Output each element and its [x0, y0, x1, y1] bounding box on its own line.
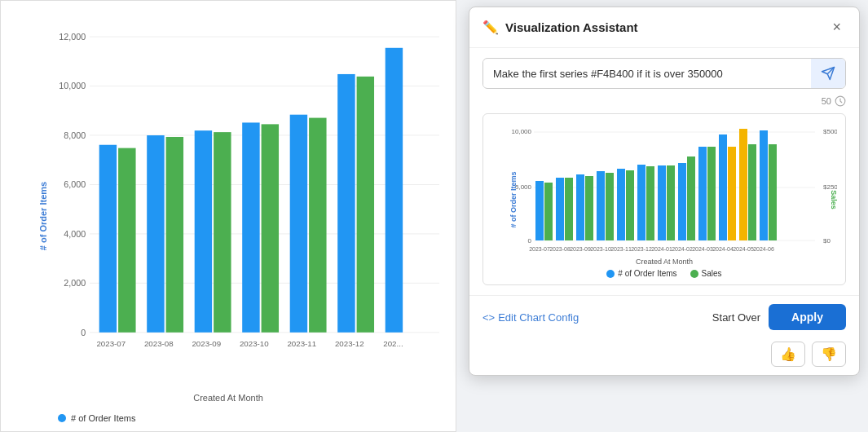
- svg-rect-25: [357, 77, 374, 333]
- svg-text:2,000: 2,000: [64, 278, 86, 288]
- mini-legend-label-blue: # of Order Items: [618, 269, 676, 278]
- svg-text:2023-09: 2023-09: [570, 246, 591, 252]
- svg-rect-58: [678, 163, 686, 240]
- svg-text:2024-06: 2024-06: [753, 246, 774, 252]
- main-chart-area: # of Order Items 12,000 10,000 8,000 6,0…: [0, 0, 456, 432]
- svg-rect-50: [597, 171, 605, 240]
- mini-chart-y-label-right: Sales: [830, 190, 838, 209]
- svg-rect-64: [739, 129, 747, 240]
- svg-rect-56: [658, 165, 666, 240]
- svg-text:0: 0: [528, 237, 532, 245]
- mini-chart-svg: 10,000 5,000 0 $500.0 K $250.0 K $0: [491, 122, 837, 253]
- panel-header: ✏️ Visualization Assistant ×: [469, 7, 859, 48]
- edit-config-label: Edit Chart Config: [498, 311, 579, 324]
- legend-dot-green: [690, 270, 698, 278]
- mini-legend-sales: Sales: [690, 269, 722, 278]
- svg-rect-51: [606, 173, 614, 240]
- panel-footer: <> Edit Chart Config Start Over Apply: [469, 295, 859, 338]
- wand-icon: ✏️: [482, 20, 499, 35]
- main-legend-dot: [58, 414, 66, 422]
- svg-rect-44: [535, 181, 544, 240]
- mini-legend-order-items: # of Order Items: [606, 269, 676, 278]
- mini-chart-x-label: Created At Month: [491, 258, 837, 266]
- svg-rect-62: [719, 134, 727, 240]
- svg-rect-16: [147, 135, 164, 333]
- svg-text:8,000: 8,000: [64, 130, 86, 140]
- svg-rect-46: [556, 178, 564, 240]
- svg-rect-59: [687, 156, 695, 240]
- start-over-button[interactable]: Start Over: [712, 311, 760, 324]
- svg-text:5,000: 5,000: [515, 183, 532, 191]
- svg-rect-53: [626, 170, 634, 240]
- visualization-assistant-panel: ✏️ Visualization Assistant × 50: [469, 7, 860, 376]
- prompt-input[interactable]: [483, 60, 811, 87]
- main-legend: # of Order Items: [58, 413, 135, 423]
- main-legend-label: # of Order Items: [71, 413, 135, 423]
- legend-dot-blue: [606, 270, 615, 278]
- svg-text:$0: $0: [823, 237, 831, 245]
- svg-rect-63: [728, 147, 736, 240]
- svg-rect-67: [769, 144, 777, 240]
- svg-rect-66: [760, 130, 768, 240]
- svg-rect-49: [585, 176, 593, 240]
- mini-chart-wrapper: # of Order Items Sales 10,000 5,000 0 $5…: [482, 113, 846, 285]
- svg-text:2024-03: 2024-03: [692, 246, 713, 252]
- panel-header-left: ✏️ Visualization Assistant: [482, 20, 638, 35]
- svg-rect-47: [565, 178, 573, 240]
- svg-text:2023-09: 2023-09: [192, 339, 221, 348]
- svg-text:2023-08: 2023-08: [144, 339, 174, 348]
- mini-legend: # of Order Items Sales: [491, 269, 837, 278]
- svg-text:2023-11: 2023-11: [287, 339, 316, 348]
- token-icon: [835, 95, 846, 107]
- svg-rect-17: [166, 137, 183, 333]
- main-chart-x-label: Created At Month: [193, 393, 263, 403]
- svg-text:2023-07: 2023-07: [96, 339, 126, 348]
- svg-rect-22: [290, 115, 307, 333]
- svg-text:12,000: 12,000: [59, 32, 86, 42]
- close-button[interactable]: ×: [827, 17, 846, 37]
- thumbs-down-button[interactable]: 👎: [812, 342, 846, 367]
- prompt-input-row: [482, 58, 846, 89]
- svg-text:6,000: 6,000: [64, 179, 86, 189]
- svg-rect-14: [99, 145, 117, 333]
- svg-rect-21: [262, 124, 279, 332]
- svg-rect-55: [646, 166, 654, 240]
- send-icon: [821, 66, 835, 81]
- svg-rect-45: [544, 183, 553, 240]
- thumbs-row: 👍 👎: [469, 338, 859, 375]
- token-count: 50: [822, 96, 831, 106]
- svg-rect-57: [667, 165, 675, 240]
- svg-text:2023-10: 2023-10: [590, 246, 611, 252]
- svg-text:202...: 202...: [383, 339, 403, 348]
- svg-rect-18: [195, 130, 212, 333]
- page-wrapper: # of Order Items 12,000 10,000 8,000 6,0…: [0, 0, 868, 432]
- svg-rect-61: [707, 147, 716, 240]
- main-chart-svg: 12,000 10,000 8,000 6,000 4,000 2,000 0: [58, 17, 439, 382]
- thumbs-up-button[interactable]: 👍: [771, 342, 805, 367]
- svg-text:2024-02: 2024-02: [672, 246, 693, 252]
- svg-text:4,000: 4,000: [64, 229, 86, 239]
- svg-text:10,000: 10,000: [59, 81, 86, 90]
- svg-rect-19: [214, 132, 231, 333]
- send-button[interactable]: [811, 59, 845, 88]
- svg-rect-60: [698, 147, 707, 240]
- mini-chart-y-label: # of Order Items: [509, 171, 518, 227]
- svg-rect-48: [576, 174, 584, 240]
- svg-text:2023-11: 2023-11: [610, 246, 632, 252]
- svg-rect-65: [748, 144, 756, 240]
- svg-rect-54: [637, 165, 645, 240]
- svg-rect-20: [242, 122, 259, 332]
- svg-text:2024-04: 2024-04: [712, 246, 734, 252]
- svg-text:2023-08: 2023-08: [549, 246, 571, 252]
- svg-text:0: 0: [81, 328, 86, 337]
- apply-button[interactable]: Apply: [769, 304, 846, 330]
- svg-text:10,000: 10,000: [512, 128, 532, 135]
- edit-chart-config-button[interactable]: <> Edit Chart Config: [482, 311, 579, 324]
- footer-right: Start Over Apply: [712, 304, 846, 330]
- svg-text:2023-12: 2023-12: [335, 339, 364, 348]
- svg-text:2023-12: 2023-12: [631, 246, 652, 252]
- svg-rect-52: [617, 169, 625, 240]
- svg-rect-15: [118, 148, 135, 333]
- panel-title: Visualization Assistant: [505, 20, 638, 34]
- mini-legend-label-green: Sales: [702, 269, 722, 278]
